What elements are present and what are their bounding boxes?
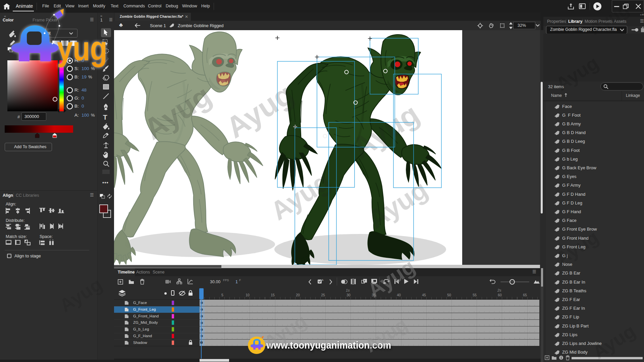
svg-text:A: A — [322, 279, 324, 282]
svg-text:yug: yug — [57, 29, 107, 68]
